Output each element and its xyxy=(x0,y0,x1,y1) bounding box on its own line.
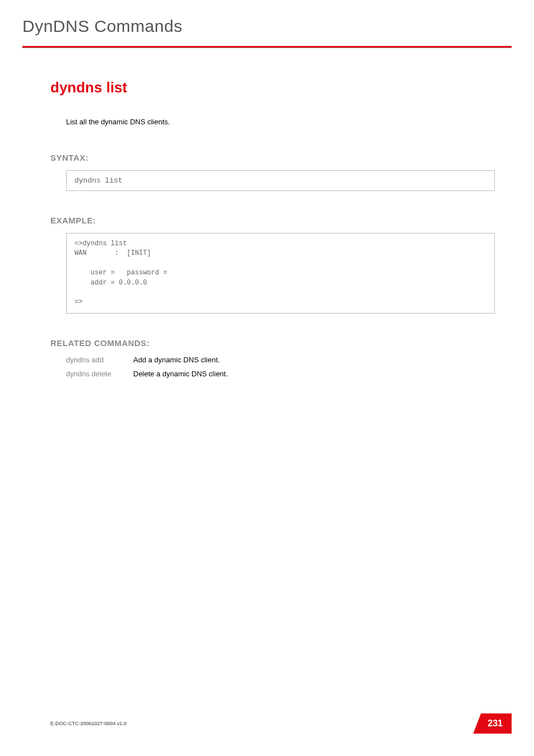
command-description: List all the dynamic DNS clients. xyxy=(66,118,495,126)
related-cmd-link[interactable]: dyndns delete xyxy=(66,370,133,378)
page-header: DynDNS Commands xyxy=(0,0,534,36)
related-cmd-link[interactable]: dyndns add xyxy=(66,356,133,364)
related-label: RELATED COMMANDS: xyxy=(50,338,495,348)
page-footer: E-DOC-CTC-20061027-0004 v1.0 231 xyxy=(50,713,512,734)
syntax-label: SYNTAX: xyxy=(50,153,495,162)
footer-doc-id: E-DOC-CTC-20061027-0004 v1.0 xyxy=(50,721,127,726)
related-commands-table: dyndns add Add a dynamic DNS client. dyn… xyxy=(66,356,495,378)
related-cmd-desc: Delete a dynamic DNS client. xyxy=(133,370,228,378)
command-title: dyndns list xyxy=(50,79,495,96)
page-number-badge: 231 xyxy=(473,713,512,734)
example-label: EXAMPLE: xyxy=(50,216,495,225)
example-box: =>dyndns list WAN : [INIT] user = passwo… xyxy=(66,233,495,314)
header-title: DynDNS Commands xyxy=(22,17,512,36)
related-row: dyndns delete Delete a dynamic DNS clien… xyxy=(66,370,495,378)
syntax-box: dyndns list xyxy=(66,170,495,191)
content-area: dyndns list List all the dynamic DNS cli… xyxy=(0,48,534,378)
related-cmd-desc: Add a dynamic DNS client. xyxy=(133,356,220,364)
page-number: 231 xyxy=(473,713,512,734)
related-row: dyndns add Add a dynamic DNS client. xyxy=(66,356,495,364)
